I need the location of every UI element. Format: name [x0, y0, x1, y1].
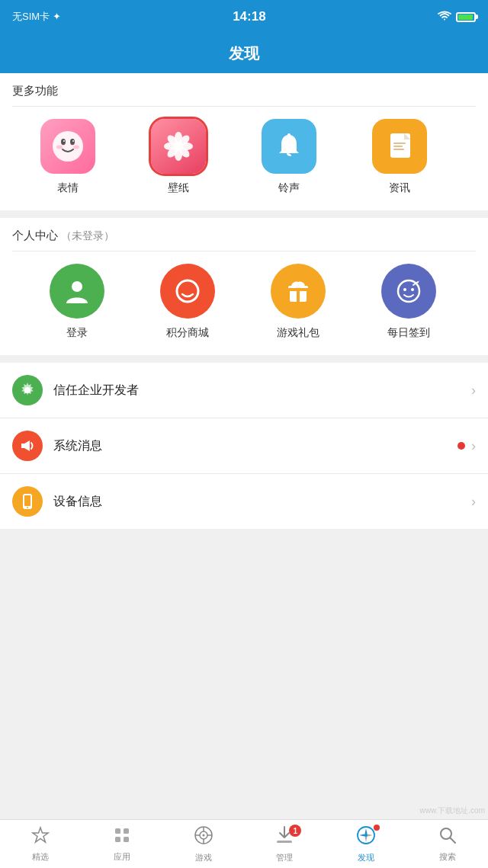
svg-point-34	[411, 288, 414, 291]
tab-discover[interactable]: 发现	[326, 820, 407, 868]
tab-discover-icon	[356, 825, 376, 850]
svg-rect-41	[124, 828, 129, 834]
svg-rect-42	[115, 837, 120, 842]
gamepad-svg	[194, 825, 214, 845]
svg-point-17	[174, 142, 183, 151]
tab-search-label: 搜索	[439, 851, 456, 863]
svg-point-5	[63, 140, 65, 142]
bell-svg	[274, 131, 304, 162]
svg-point-6	[72, 140, 74, 142]
personal-center-label: 个人中心 （未登录）	[0, 218, 488, 251]
gift-label: 游戏礼包	[277, 326, 319, 340]
gift-item[interactable]: 游戏礼包	[242, 264, 353, 340]
svg-point-23	[72, 281, 82, 292]
trust-label: 信任企业开发者	[53, 383, 471, 399]
search-svg	[438, 826, 457, 844]
star-svg	[31, 826, 50, 844]
trust-icon	[12, 375, 43, 405]
svg-point-24	[177, 280, 198, 302]
tab-search[interactable]: 搜索	[406, 820, 488, 868]
svg-point-4	[70, 139, 75, 145]
system-icon	[12, 431, 43, 461]
svg-rect-18	[287, 133, 291, 136]
flower-svg	[160, 128, 197, 165]
personal-icon-grid: 登录 积分商城	[0, 251, 488, 355]
trust-chevron: ›	[471, 383, 476, 399]
status-left: 无SIM卡 ✦	[12, 10, 61, 24]
trust-right: ›	[471, 383, 476, 399]
personal-center-section: 个人中心 （未登录） 登录	[0, 218, 488, 355]
news-item[interactable]: 资讯	[344, 119, 454, 195]
svg-point-39	[27, 507, 28, 508]
checkin-icon	[381, 264, 436, 319]
tab-games[interactable]: 游戏	[162, 820, 244, 868]
trust-developer-item[interactable]: 信任企业开发者 ›	[0, 363, 488, 418]
device-chevron: ›	[471, 494, 476, 510]
tab-games-label: 游戏	[195, 852, 212, 863]
news-svg	[384, 130, 415, 162]
emoji-icon	[40, 119, 95, 174]
list-section: 信任企业开发者 › 系统消息 ›	[0, 363, 488, 529]
system-label: 系统消息	[53, 438, 458, 454]
tab-apps[interactable]: 应用	[82, 820, 163, 868]
points-item[interactable]: 积分商城	[132, 264, 242, 340]
tab-manage[interactable]: 1 管理	[244, 820, 326, 868]
more-features-section: 更多功能	[0, 73, 488, 210]
wifi-icon	[438, 11, 451, 24]
svg-rect-21	[393, 146, 403, 147]
tab-featured-label: 精选	[32, 851, 49, 863]
checkin-svg	[393, 276, 424, 306]
manage-badge: 1	[289, 825, 301, 837]
svg-point-3	[61, 139, 66, 145]
login-icon	[50, 264, 104, 319]
tab-manage-label: 管理	[276, 852, 293, 863]
tab-discover-label: 发现	[358, 852, 374, 863]
tab-featured-icon	[31, 826, 50, 849]
tab-search-icon	[438, 826, 457, 849]
wallpaper-icon-box	[151, 119, 206, 174]
gift-svg	[283, 276, 313, 306]
ringtone-item[interactable]: 铃声	[233, 119, 344, 195]
feature-icon-grid: 表情	[0, 107, 488, 210]
login-item[interactable]: 登录	[21, 264, 132, 340]
checkin-label: 每日签到	[387, 326, 430, 340]
svg-point-33	[403, 288, 406, 291]
system-chevron: ›	[471, 438, 476, 454]
page-title: 发现	[229, 43, 259, 64]
points-label: 积分商城	[166, 326, 209, 340]
system-right: ›	[458, 438, 476, 454]
svg-rect-51	[277, 841, 292, 843]
news-label: 资讯	[389, 181, 410, 195]
device-icon	[12, 486, 43, 517]
tab-featured[interactable]: 精选	[0, 820, 82, 868]
svg-rect-43	[124, 837, 129, 842]
emoji-label: 表情	[57, 181, 79, 195]
status-bar: 无SIM卡 ✦ 14:18	[0, 0, 488, 34]
checkin-item[interactable]: 每日签到	[353, 264, 464, 340]
svg-rect-20	[393, 143, 406, 144]
svg-point-7	[56, 146, 63, 149]
wallpaper-item[interactable]: 壁纸	[123, 119, 233, 195]
status-right	[438, 11, 476, 24]
svg-point-46	[202, 834, 204, 836]
news-icon	[372, 119, 427, 174]
system-message-item[interactable]: 系统消息 ›	[0, 418, 488, 473]
svg-point-8	[73, 146, 79, 149]
gift-icon	[271, 264, 326, 319]
svg-rect-28	[288, 288, 308, 291]
login-label: 登录	[66, 326, 88, 340]
watermark: www.下载地址.com	[419, 806, 485, 816]
ringtone-icon	[262, 119, 316, 174]
system-red-dot	[458, 442, 465, 450]
device-info-item[interactable]: 设备信息 ›	[0, 474, 488, 529]
points-icon	[160, 264, 215, 319]
battery-icon	[456, 12, 476, 22]
smile-svg	[172, 276, 203, 306]
tab-games-icon	[194, 825, 214, 850]
emoji-item[interactable]: 表情	[12, 119, 123, 195]
device-label: 设备信息	[53, 494, 471, 510]
tab-apps-label: 应用	[114, 851, 130, 863]
tab-apps-icon	[113, 826, 131, 849]
svg-line-55	[450, 838, 455, 843]
svg-rect-38	[24, 495, 30, 506]
